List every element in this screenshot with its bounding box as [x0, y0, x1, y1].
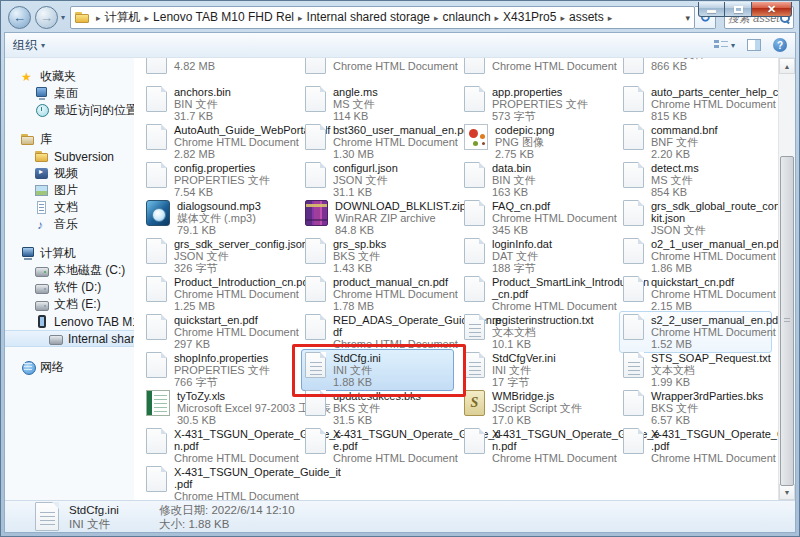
blank-file-icon — [464, 238, 485, 264]
maximize-button[interactable] — [725, 2, 751, 17]
back-button[interactable]: ← — [8, 6, 31, 29]
file-tile[interactable]: auto_parts_center_help_cn.pdfChrome HTML… — [619, 83, 772, 125]
file-cell: dfChrome HTML Document — [458, 58, 617, 83]
file-name: angle.ms — [333, 86, 378, 98]
file-tile[interactable]: o2_1_user_manual_en.pdfChrome HTML Docum… — [619, 235, 772, 277]
preview-pane-button[interactable] — [747, 39, 761, 51]
file-tile[interactable]: quickstart_en.pdfChrome HTML Document297… — [142, 311, 295, 353]
file-tile[interactable]: X-431_TSGUN_Operate_Guide_it.pdfChrome H… — [142, 463, 295, 500]
file-name: loginInfo.dat — [492, 238, 552, 250]
file-tile[interactable]: grs_sdk_global_route_config_mlkit.jsonJS… — [619, 197, 772, 239]
sidebar-item[interactable]: 软件 (D:) — [5, 279, 134, 296]
forward-button[interactable]: → — [35, 6, 58, 29]
file-tile[interactable]: dfChrome HTML Document — [460, 58, 613, 77]
file-tile[interactable]: grs_sp.bksBKS 文件1.43 KB — [301, 235, 454, 277]
address-bar[interactable]: ▸计算机▸Lenovo TAB M10 FHD Rel▸Internal sha… — [70, 6, 695, 29]
breadcrumb-segment[interactable]: X431Pro5 — [503, 10, 556, 24]
breadcrumb-segment[interactable]: 计算机 — [105, 10, 141, 24]
file-tile[interactable]: registerinstruction.txt文本文档10.1 KB — [460, 311, 613, 353]
scrollbar-thumb[interactable] — [780, 156, 794, 486]
organize-button[interactable]: 组织 ▾ — [13, 37, 45, 54]
scrollbar[interactable]: ▲ ▼ — [778, 58, 795, 500]
breadcrumb-segment[interactable]: assets — [569, 10, 604, 24]
file-tile[interactable]: config.propertiesPROPERTIES 文件7.54 KB — [142, 159, 295, 201]
file-tile[interactable]: anchors.binBIN 文件31.7 KB — [142, 83, 295, 125]
address-dropdown-arrow[interactable]: ▾ — [679, 13, 690, 23]
file-tile[interactable]: StdCfgVer.iniINI 文件17 字节 — [460, 349, 613, 391]
close-button[interactable]: ✕ — [751, 2, 792, 17]
file-tile[interactable]: Product_Introduction_cn.pdfChrome HTML D… — [142, 273, 295, 315]
breadcrumb-segment[interactable]: cnlaunch — [443, 10, 491, 24]
file-tile[interactable]: quickstart_cn.pdfChrome HTML Document2.1… — [619, 273, 772, 315]
file-tile[interactable]: shopInfo.propertiesPROPERTIES 文件766 字节 — [142, 349, 295, 391]
minimize-button[interactable] — [698, 2, 725, 17]
file-name: DOWNLOAD_BLKLIST.zip — [335, 200, 466, 212]
file-tile[interactable]: bst360_user_manual_en.pdfChrome HTML Doc… — [301, 121, 454, 163]
file-tile[interactable]: X-431_TSGUN_Operate_Guide_fr.pdfChrome H… — [619, 425, 772, 467]
file-tile[interactable]: tyToZy.xlsMicrosoft Excel 97-2003 工作表30.… — [142, 387, 295, 429]
file-tile[interactable]: WMBridge.jsJScript Script 文件17.0 KB — [460, 387, 613, 429]
navigation-band: ← → ▾ ▸计算机▸Lenovo TAB M10 FHD Rel▸Intern… — [4, 1, 796, 32]
file-tile[interactable]: detect.msMS 文件854 KB — [619, 159, 772, 201]
sidebar-item[interactable]: 文档 — [5, 199, 134, 216]
breadcrumb-separator-icon: ▸ — [556, 13, 569, 23]
file-tile[interactable]: product_manual_cn.pdfChrome HTML Documen… — [301, 273, 454, 315]
file-tile[interactable]: Chrome HTML Document4.82 MB — [142, 58, 295, 77]
scroll-down-button[interactable]: ▼ — [779, 484, 795, 500]
file-tile[interactable]: loginInfo.datDAT 文件188 字节 — [460, 235, 613, 277]
file-tile[interactable]: dialogsound.mp3媒体文件 (.mp3)79.1 KB — [142, 197, 295, 239]
scroll-up-button[interactable]: ▲ — [779, 58, 795, 74]
file-tile[interactable]: RED_ADAS_Operate_Guide_en.pdfChrome HTML… — [301, 311, 454, 353]
file-type: BKS 文件 — [651, 402, 763, 414]
file-tile[interactable]: updatesdkces.bksBKS 文件31.5 KB — [301, 387, 454, 429]
file-name: detect.ms — [651, 162, 699, 174]
file-tile[interactable]: app.propertiesPROPERTIES 文件573 字节 — [460, 83, 613, 125]
sidebar-item[interactable]: 文档 (E:) — [5, 296, 134, 313]
sidebar-group-3[interactable]: 网络 — [5, 359, 134, 376]
sidebar-item[interactable]: Internal shared s — [5, 330, 134, 347]
file-name: quickstart_en.pdf — [174, 314, 299, 326]
file-tile[interactable]: data.binBIN 文件163 KB — [460, 159, 613, 201]
file-cell: grs_sdk_global_route_config_mlkit.jsonJS… — [617, 197, 776, 235]
sidebar-item[interactable]: 桌面 — [5, 85, 134, 102]
file-tile[interactable]: codepic.pngPNG 图像2.75 KB — [460, 121, 613, 163]
file-tile[interactable]: command.bnfBNF 文件2.20 KB — [619, 121, 772, 163]
file-tile[interactable]: dfChrome HTML Document — [301, 58, 454, 77]
sidebar-item[interactable]: 视频 — [5, 165, 134, 182]
file-tile[interactable]: s2_2_user_manual_en.pdfChrome HTML Docum… — [619, 311, 772, 353]
file-tile[interactable]: configurl.jsonJSON 文件31.1 KB — [301, 159, 454, 201]
jscript-file-icon — [464, 390, 485, 416]
sidebar-item[interactable]: 图片 — [5, 182, 134, 199]
breadcrumb-segment[interactable]: Internal shared storage — [307, 10, 430, 24]
sidebar-item[interactable]: 音乐 — [5, 216, 134, 233]
file-tile[interactable]: DOWNLOAD_BLKLIST.zipWinRAR ZIP archive84… — [301, 197, 454, 239]
file-tile[interactable]: grs_sdk_server_config.jsonJSON 文件326 字节 — [142, 235, 295, 277]
sidebar-group-2[interactable]: 计算机 — [5, 245, 134, 262]
file-tile[interactable]: JSON 文件866 KB — [619, 58, 772, 77]
file-tile[interactable]: Product_SmartLink_Introduction_cn.pdfChr… — [460, 273, 613, 315]
file-tile[interactable]: X-431_TSGUN_Operate_Guide_de.pdfChrome H… — [301, 425, 454, 467]
file-name: product_manual_cn.pdf — [333, 276, 458, 288]
scrollbar-track[interactable] — [779, 74, 795, 484]
file-tile[interactable]: AutoAuth_Guide_WebPortal.pdfChrome HTML … — [142, 121, 295, 163]
file-tile[interactable]: STS_SOAP_Request.txt文本文档1.99 KB — [619, 349, 772, 391]
file-cell — [617, 463, 776, 500]
sidebar-item[interactable]: 最近访问的位置 — [5, 102, 134, 119]
sidebar-item[interactable]: Lenovo TAB M10 F — [5, 313, 134, 330]
file-tile[interactable]: StdCfg.iniINI 文件1.88 KB — [301, 349, 454, 391]
sidebar-group-0[interactable]: 收藏夹 — [5, 68, 134, 85]
breadcrumb-segment[interactable]: Lenovo TAB M10 FHD Rel — [153, 10, 294, 24]
file-tile[interactable]: Wrapper3rdParties.bksBKS 文件6.57 KB — [619, 387, 772, 429]
help-button[interactable]: ? — [773, 38, 787, 52]
file-tile[interactable]: X-431_TSGUN_Operate_Guide_cn.pdfChrome H… — [142, 425, 295, 467]
file-tile[interactable]: angle.msMS 文件114 KB — [301, 83, 454, 125]
file-tile[interactable]: FAQ_cn.pdfChrome HTML Document345 KB — [460, 197, 613, 239]
sidebar-item[interactable]: 本地磁盘 (C:) — [5, 262, 134, 279]
file-tile[interactable]: X-431_TSGUN_Operate_Guide_en.pdfChrome H… — [460, 425, 613, 467]
sidebar-item[interactable]: Subversion — [5, 148, 134, 165]
sidebar-group-1[interactable]: 库 — [5, 131, 134, 148]
recent-pages-dropdown[interactable]: ▾ — [61, 13, 65, 22]
pictures-icon — [35, 184, 49, 197]
file-name: config.properties — [174, 162, 270, 174]
views-button[interactable]: ▾ — [714, 39, 735, 51]
